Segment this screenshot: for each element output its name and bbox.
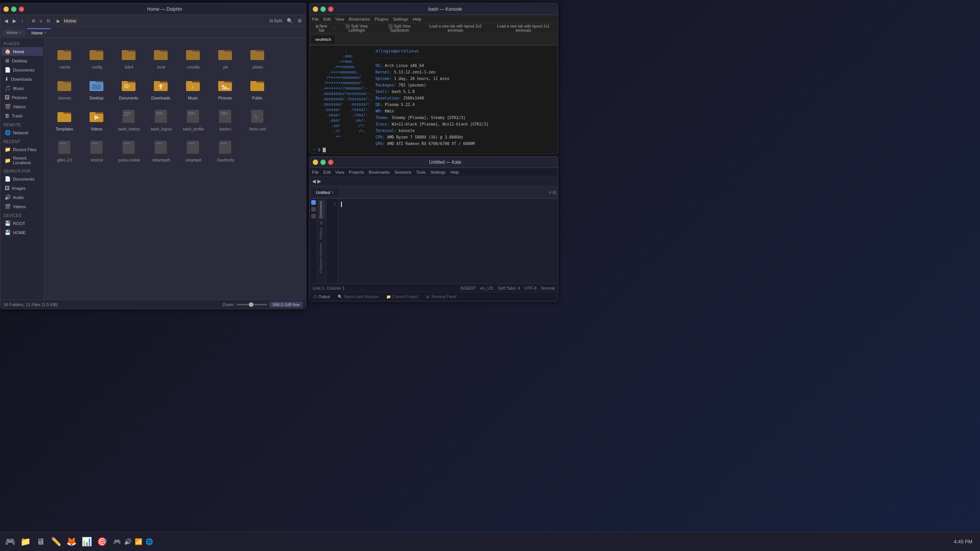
konsole-split-tb-btn[interactable]: ⬛ Split View Top/Bottom [379,24,420,33]
kate-next-btn[interactable]: ▶ [317,178,321,184]
file-steampid[interactable]: .steampid [178,135,208,165]
sidebar-documents[interactable]: 📄 Documents [2,65,43,74]
sidebar-search-audio[interactable]: 🔊 Audio [2,193,43,202]
sidebar-music[interactable]: 🎵 Music [2,84,43,93]
konsole-menu-bookmarks[interactable]: Bookmarks [349,17,370,21]
dolphin-search-btn[interactable]: 🔍 [285,17,294,24]
kate-sidebar-tab-documents[interactable]: Documents [318,200,325,219]
konsole-maximize-btn[interactable]: □ [320,7,326,12]
dolphin-zoom-slider[interactable] [237,304,267,305]
kate-tab-untitled[interactable]: Untitled × [311,189,338,196]
konsole-layout-2x2-btn[interactable]: Load a new tab with layout 2x2 terminals [423,24,488,33]
kate-activity-git[interactable] [311,214,316,218]
kate-split-doc-btn[interactable]: ⊟ [552,190,556,195]
file-templates[interactable]: Templates [49,104,80,134]
dolphin-forward-btn[interactable]: ▶ [11,17,18,24]
file-pulse-cookie[interactable]: .pulse-cookie [113,135,144,165]
kate-bottom-output[interactable]: ⬡ Output [311,294,332,300]
sidebar-pictures[interactable]: 🖼 Pictures [2,93,43,102]
konsole-minimize-btn[interactable]: − [313,7,318,12]
dolphin-tab-1[interactable]: Home × [2,29,26,36]
kate-menu-file[interactable]: File [312,170,319,174]
konsole-close-btn[interactable]: × [328,7,333,12]
kate-activity-search[interactable] [311,207,316,212]
sidebar-search-videos[interactable]: 🎬 Videos [2,202,43,211]
kate-close-doc-btn[interactable]: × [549,190,552,195]
konsole-menu-settings[interactable]: Settings [393,17,408,21]
kate-prev-btn[interactable]: ◀ [312,178,316,184]
systray-steam[interactable]: 🎮 [113,538,121,545]
sidebar-search-images[interactable]: 🖼 Images [2,184,43,192]
systray-network[interactable]: 🌐 [145,538,153,545]
file-themes[interactable]: .themes [49,73,80,103]
kate-menu-edit[interactable]: Edit [323,170,331,174]
file-documents[interactable]: Documents [113,73,144,103]
kate-bottom-terminal[interactable]: 🖥 Terminal Panel [423,294,459,300]
taskbar-terminal-icon[interactable]: 🖥 [34,535,47,549]
file-local[interactable]: .local [145,42,176,72]
file-steampath[interactable]: .steampath [145,135,176,165]
sidebar-network[interactable]: 🌐 Network [2,128,43,137]
taskbar-monitor-icon[interactable]: 📊 [80,535,93,549]
file-downloads[interactable]: Downloads [145,73,176,103]
kate-menu-sessions[interactable]: Sessions [394,170,412,174]
file-cache[interactable]: .cache [49,42,80,72]
dolphin-up-btn[interactable]: ↑ [20,17,25,24]
file-music[interactable]: ♪ Music [178,73,208,103]
dolphin-back-btn[interactable]: ◀ [3,17,10,24]
sidebar-trash[interactable]: 🗑 Trash [2,111,43,120]
kate-sidebar-tab-projects[interactable]: Projects [318,227,325,241]
file-bash-profile[interactable]: .bash_profile [178,104,208,134]
dolphin-split-btn[interactable]: ⊟ Split [268,18,284,24]
dolphin-list-view-btn[interactable]: ≡ [38,18,44,24]
file-bashrc[interactable]: .bashrc [210,104,240,134]
dolphin-home-crumb[interactable]: ▶ [57,18,60,24]
konsole-layout-2x1-btn[interactable]: Load a new tab with layout 2x1 terminals [490,24,556,33]
file-bash-logout[interactable]: .bash_logout [145,104,176,134]
dolphin-maximize-btn[interactable]: □ [11,7,16,12]
file-config[interactable]: .config [81,42,112,72]
taskbar-firefox-icon[interactable]: 🦊 [64,535,78,549]
dolphin-tab-1-close[interactable]: × [19,30,21,34]
kate-bottom-project[interactable]: 📁 Current Project [384,294,420,300]
konsole-content[interactable]: . .ooo. .++ooo. .+++ooooo. .++++ooooooo.… [310,46,558,146]
kate-menu-bookmarks[interactable]: Bookmarks [369,170,390,174]
sidebar-root-device[interactable]: 💾 ROOT [2,219,43,228]
konsole-menu-edit[interactable]: Edit [323,17,331,21]
file-pictures[interactable]: Pictures [210,73,240,103]
konsole-menu-help[interactable]: Help [413,17,421,21]
kate-minimize-btn[interactable]: − [313,160,318,165]
sidebar-search-documents[interactable]: 📄 Documents [2,174,43,183]
kate-menu-settings[interactable]: Settings [430,170,446,174]
kate-tab-close[interactable]: × [332,190,334,194]
dolphin-tab-2-close[interactable]: × [44,31,47,35]
dolphin-minimize-btn[interactable]: − [3,7,9,12]
file-public[interactable]: Public [242,73,273,103]
file-lesshst[interactable]: .lesshst [81,135,112,165]
kate-text-input[interactable] [338,199,558,284]
file-mozilla[interactable]: .mozilla [178,42,208,72]
kate-maximize-btn[interactable]: □ [320,160,326,165]
kate-menu-view[interactable]: View [335,170,345,174]
file-kde4[interactable]: .kde4 [113,42,144,72]
sidebar-recent-files[interactable]: 📁 Recent Files [2,145,43,154]
sidebar-home[interactable]: 🏠 Home [2,47,43,56]
file-fonts-conf[interactable]: A .fonts.conf [242,104,273,134]
dolphin-compact-view-btn[interactable]: ⊟ [45,18,52,24]
sidebar-videos[interactable]: 🎬 Videos [2,102,43,111]
taskbar-kate-icon[interactable]: ✏️ [49,535,63,549]
systray-bluetooth[interactable]: 📶 [135,538,142,545]
konsole-split-lr-btn[interactable]: ⬛ Split View Left/Right [337,24,376,33]
kate-bottom-search[interactable]: 🔍 Search and Replace [335,294,381,300]
sidebar-home-device[interactable]: 💾 HOME [2,228,43,237]
kate-activity-files[interactable] [311,200,316,205]
dolphin-tab-2[interactable]: Home × [27,28,51,37]
dolphin-settings-btn[interactable]: ⚙ [296,17,304,24]
file-videos[interactable]: Videos [81,104,112,134]
konsole-prompt-line[interactable]: ~ $ [310,146,558,154]
kate-menu-projects[interactable]: Projects [349,170,364,174]
konsole-menu-view[interactable]: View [335,17,345,21]
dolphin-location[interactable]: Home [62,18,78,24]
konsole-menu-file[interactable]: File [312,17,319,21]
file-xauthority[interactable]: .Xauthority [210,135,240,165]
